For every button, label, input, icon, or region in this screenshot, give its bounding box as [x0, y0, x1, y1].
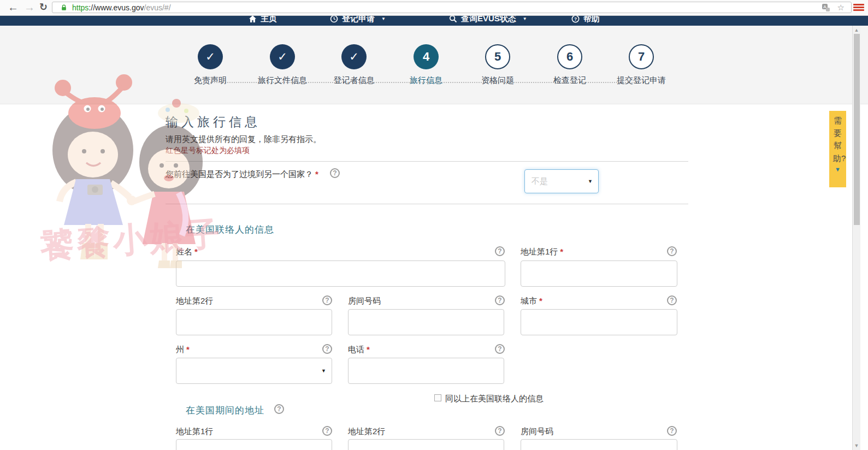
step-circle: 4: [414, 44, 439, 69]
select-caret-icon: ▼: [588, 179, 593, 184]
contact-name-input[interactable]: [176, 260, 505, 287]
back-button-icon[interactable]: ←: [8, 0, 19, 15]
label-text: 房间号码: [348, 296, 381, 305]
required-asterisk: *: [315, 169, 318, 179]
label-text: 地址第2行: [348, 427, 385, 436]
us-addr1-input[interactable]: [176, 439, 332, 450]
nav-item-home[interactable]: 主页: [249, 15, 277, 26]
help-icon[interactable]: ?: [495, 246, 505, 256]
scrollbar-down-arrow[interactable]: ▼: [853, 442, 860, 449]
help-tab-caret-icon: ▼: [829, 166, 846, 173]
step-2-complete[interactable]: ✓旅行文件信息: [246, 44, 318, 86]
nav-home-label: 主页: [261, 15, 277, 24]
contact-addr2-input[interactable]: [176, 309, 332, 335]
page-title: 输入旅行信息: [166, 114, 261, 131]
bookmark-star-icon[interactable]: ☆: [837, 3, 845, 13]
need-help-text: 需要幫助?: [833, 114, 842, 164]
transit-select[interactable]: 不是 ▼: [524, 169, 599, 193]
step-5-upcoming: 5资格问题: [462, 44, 534, 86]
step-3-complete[interactable]: ✓登记者信息: [318, 44, 390, 86]
step-circle: ✓: [270, 44, 295, 69]
translate-icon[interactable]: A: [822, 3, 830, 12]
nav-item-register[interactable]: 登记申请 ▼: [330, 15, 386, 26]
nav-help-label: 帮助: [583, 15, 600, 24]
contact-city-label: 城市*: [521, 296, 542, 306]
step-6-upcoming: 6检查登记: [534, 44, 606, 86]
step-label: 免责声明: [174, 75, 246, 86]
step-label: 旅行信息: [390, 75, 462, 86]
same-as-contact-checkbox[interactable]: [434, 394, 441, 401]
divider: [166, 204, 688, 204]
us-room-input[interactable]: [521, 439, 677, 450]
step-label: 资格问题: [462, 75, 534, 86]
step-4-active: 4旅行信息: [390, 44, 462, 86]
refresh-button-icon[interactable]: ↻: [39, 0, 48, 15]
required-asterisk: *: [194, 247, 198, 256]
url-path: /evus/#/: [144, 3, 171, 12]
chevron-down-icon: ▼: [381, 16, 386, 21]
site-navbar: 主页 登记申请 ▼ 查询EVUS状态 ▼ ? 帮助: [0, 15, 868, 26]
step-label: 登记者信息: [318, 75, 390, 86]
address-bar[interactable]: https://www.evus.gov/evus/#/ A ☆: [52, 2, 852, 13]
step-7-upcoming: 7提交登记申请: [605, 44, 677, 86]
contact-state-label: 州*: [176, 345, 190, 355]
https-lock-icon[interactable]: [60, 4, 68, 11]
label-text: 地址第1行: [521, 247, 558, 256]
question-circle-icon: ?: [571, 15, 580, 23]
contact-room-input[interactable]: [348, 309, 504, 335]
help-icon[interactable]: ?: [495, 426, 505, 436]
help-icon[interactable]: ?: [667, 246, 677, 256]
contact-room-label: 房间号码: [348, 296, 381, 306]
divider: [166, 161, 688, 162]
us-address-section-title: 在美国期间的地址: [186, 404, 264, 417]
transit-select-value: 不是: [532, 176, 548, 187]
contact-city-input[interactable]: [521, 309, 677, 335]
help-icon[interactable]: ?: [667, 295, 677, 305]
contact-section-title: 在美国联络人的信息: [186, 223, 274, 236]
contact-state-select[interactable]: ▼: [176, 358, 332, 384]
contact-addr2-label: 地址第2行: [176, 296, 213, 306]
url-scheme: https: [72, 3, 88, 12]
url-text: https://www.evus.gov/evus/#/: [72, 3, 171, 12]
contact-phone-input[interactable]: [348, 358, 504, 384]
select-caret-icon: ▼: [321, 368, 326, 374]
scrollbar-thumb[interactable]: [854, 34, 860, 225]
progress-stepper: ✓免责声明✓旅行文件信息✓登记者信息4旅行信息5资格问题6检查登记7提交登记申请: [0, 26, 868, 104]
browser-menu-icon[interactable]: [853, 4, 864, 12]
us-addr2-input[interactable]: [348, 439, 504, 450]
step-1-complete[interactable]: ✓免责声明: [174, 44, 246, 86]
required-note: 红色星号标记处为必填项: [166, 146, 250, 156]
help-icon[interactable]: ?: [330, 168, 340, 178]
step-label: 旅行文件信息: [246, 75, 318, 86]
forward-button-icon[interactable]: →: [24, 0, 35, 15]
label-text: 电话: [348, 345, 364, 354]
scrollbar-track[interactable]: ▲ ▼: [852, 26, 860, 450]
nav-status-label: 查询EVUS状态: [461, 15, 516, 24]
nav-item-help[interactable]: ? 帮助: [571, 15, 600, 26]
step-circle: 5: [485, 44, 510, 69]
transit-question: 您前往美国是否为了过境到另一个国家？*: [166, 169, 318, 180]
help-icon[interactable]: ?: [667, 426, 677, 436]
need-help-tab[interactable]: 需要幫助? ▼: [829, 111, 846, 187]
required-asterisk: *: [560, 247, 563, 256]
help-icon[interactable]: ?: [495, 344, 505, 354]
clock-icon: [330, 15, 338, 23]
transit-question-text: 您前往美国是否为了过境到另一个国家？: [166, 169, 313, 179]
required-asterisk: *: [186, 345, 190, 354]
home-icon: [249, 15, 257, 23]
contact-name-label: 姓名*: [176, 247, 198, 257]
us-addr2-label: 地址第2行: [348, 427, 385, 437]
browser-chrome: ← → ↻ https://www.evus.gov/evus/#/ A ☆: [0, 0, 868, 16]
help-icon[interactable]: ?: [322, 344, 332, 354]
same-as-contact-label: 同以上在美国联络人的信息: [445, 394, 544, 404]
nav-register-label: 登记申请: [342, 15, 375, 24]
label-text: 房间号码: [521, 427, 553, 436]
help-icon[interactable]: ?: [322, 295, 332, 305]
help-icon[interactable]: ?: [322, 426, 332, 436]
scrollbar-up-arrow[interactable]: ▲: [853, 26, 860, 34]
contact-addr1-input[interactable]: [521, 260, 677, 287]
help-icon[interactable]: ?: [274, 404, 284, 414]
help-icon[interactable]: ?: [495, 295, 505, 305]
nav-item-status[interactable]: 查询EVUS状态 ▼: [449, 15, 527, 26]
contact-phone-label: 电话*: [348, 345, 370, 355]
